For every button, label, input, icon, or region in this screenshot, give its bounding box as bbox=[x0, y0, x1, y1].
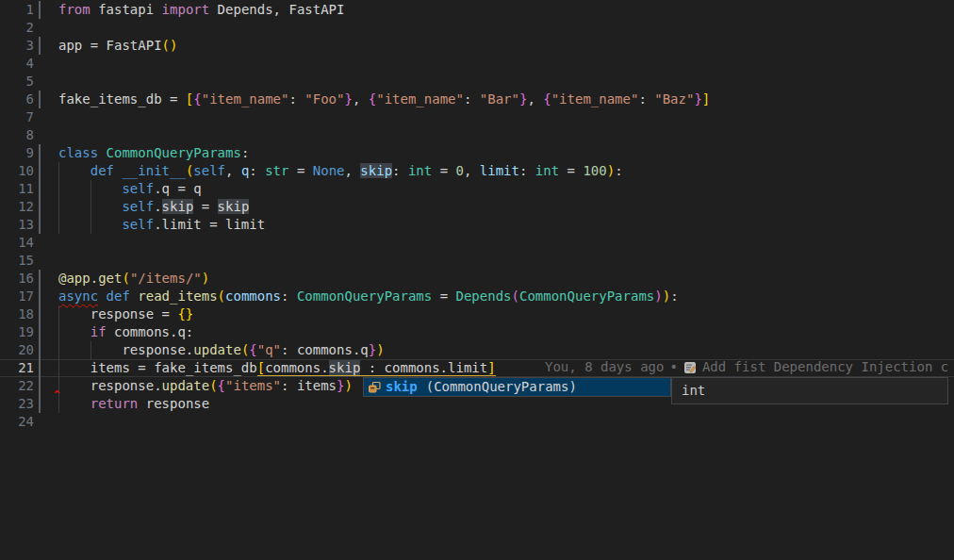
code-line-8[interactable]: 8 bbox=[0, 126, 954, 144]
code-text: items = fake_items_db[commons.skip : com… bbox=[58, 359, 496, 377]
line-number[interactable]: 23 bbox=[0, 395, 34, 413]
code-line-4[interactable]: 4 bbox=[0, 55, 954, 73]
line-number[interactable]: 21 bbox=[0, 359, 34, 377]
blame-separator: • bbox=[669, 358, 677, 376]
code-editor: 1from fastapi import Depends, FastAPI23a… bbox=[0, 0, 954, 560]
line-number[interactable]: 17 bbox=[0, 288, 34, 305]
gitlens-heatmap-bar bbox=[39, 37, 41, 55]
gitlens-heatmap-bar bbox=[39, 144, 41, 162]
code-text: async def read_items(commons: CommonQuer… bbox=[58, 288, 679, 305]
line-number[interactable]: 10 bbox=[0, 162, 34, 180]
code-line-17[interactable]: 17async def read_items(commons: CommonQu… bbox=[0, 288, 954, 305]
gitlens-heatmap-bar bbox=[39, 377, 41, 395]
code-line-7[interactable]: 7 bbox=[0, 108, 954, 126]
suggest-item-skip[interactable]: skip (CommonQueryParams) bbox=[364, 378, 670, 396]
code-text: response.update({"q": commons.q}) bbox=[58, 341, 385, 359]
gitlens-heatmap-bar bbox=[39, 216, 41, 234]
line-number[interactable]: 13 bbox=[0, 216, 34, 234]
gitlens-heatmap-bar bbox=[39, 323, 41, 341]
line-number[interactable]: 12 bbox=[0, 198, 34, 216]
line-number[interactable]: 8 bbox=[0, 126, 34, 144]
code-text: from fastapi import Depends, FastAPI bbox=[58, 1, 344, 19]
line-number[interactable]: 20 bbox=[0, 341, 34, 359]
suggest-item-label: skip bbox=[386, 378, 418, 396]
code-line-10[interactable]: 10 def __init__(self, q: str = None, ski… bbox=[0, 162, 954, 180]
line-number[interactable]: 19 bbox=[0, 323, 34, 341]
line-number[interactable]: 18 bbox=[0, 305, 34, 323]
code-line-20[interactable]: 20 response.update({"q": commons.q}) bbox=[0, 341, 954, 359]
code-text: if commons.q: bbox=[58, 323, 193, 341]
line-number[interactable]: 14 bbox=[0, 234, 34, 252]
gitlens-heatmap-bar bbox=[39, 270, 41, 288]
gitlens-heatmap-bar bbox=[39, 288, 41, 305]
code-text: self.q = q bbox=[58, 180, 202, 198]
code-text: def __init__(self, q: str = None, skip: … bbox=[58, 162, 623, 180]
code-line-14[interactable]: 14 bbox=[0, 234, 954, 252]
code-text: fake_items_db = [{"item_name": "Foo"}, {… bbox=[58, 91, 710, 108]
field-icon bbox=[367, 380, 382, 395]
line-number[interactable]: 7 bbox=[0, 108, 34, 126]
code-line-2[interactable]: 2 bbox=[0, 19, 954, 37]
code-line-9[interactable]: 9class CommonQueryParams: bbox=[0, 144, 954, 162]
line-number[interactable]: 3 bbox=[0, 37, 34, 55]
line-number[interactable]: 1 bbox=[0, 1, 34, 19]
gitlens-heatmap-bar bbox=[39, 1, 41, 19]
code-line-16[interactable]: 16@app.get("/items/") bbox=[0, 270, 954, 288]
code-line-5[interactable]: 5 bbox=[0, 73, 954, 91]
gitlens-heatmap-bar bbox=[39, 341, 41, 359]
code-line-6[interactable]: 6fake_items_db = [{"item_name": "Foo"}, … bbox=[0, 91, 954, 108]
gitlens-heatmap-bar bbox=[39, 305, 41, 323]
code-line-12[interactable]: 12 self.skip = skip bbox=[0, 198, 954, 216]
code-line-24[interactable]: 24 bbox=[0, 413, 954, 431]
line-number[interactable]: 2 bbox=[0, 19, 34, 37]
gitlens-heatmap-bar bbox=[39, 395, 41, 413]
code-line-11[interactable]: 11 self.q = q bbox=[0, 180, 954, 198]
line-number[interactable]: 5 bbox=[0, 73, 34, 91]
code-line-18[interactable]: 18 response = {} bbox=[0, 305, 954, 323]
suggest-doc-panel: int bbox=[671, 377, 948, 404]
code-line-3[interactable]: 3app = FastAPI() bbox=[0, 37, 954, 55]
line-number[interactable]: 24 bbox=[0, 413, 34, 431]
line-number[interactable]: 16 bbox=[0, 270, 34, 288]
line-number[interactable]: 4 bbox=[0, 55, 34, 73]
code-line-13[interactable]: 13 self.limit = limit bbox=[0, 216, 954, 234]
code-text: self.limit = limit bbox=[58, 216, 265, 234]
suggest-doc-text: int bbox=[682, 382, 705, 400]
line-number[interactable]: 11 bbox=[0, 180, 34, 198]
gitlens-heatmap-bar bbox=[39, 162, 41, 180]
code-text: @app.get("/items/") bbox=[58, 270, 209, 288]
gitlens-heatmap-bar bbox=[39, 91, 41, 108]
line-number[interactable]: 9 bbox=[0, 144, 34, 162]
blame-message: Add fist Dependency Injection c bbox=[702, 358, 948, 376]
code-text: self.skip = skip bbox=[58, 198, 249, 216]
line-number[interactable]: 15 bbox=[0, 252, 34, 270]
gitlens-heatmap-bar bbox=[39, 180, 41, 198]
code-text: app = FastAPI() bbox=[58, 37, 177, 55]
blame-author: You, 8 days ago bbox=[545, 358, 664, 376]
code-line-19[interactable]: 19 if commons.q: bbox=[0, 323, 954, 341]
code-text: class CommonQueryParams: bbox=[58, 144, 249, 162]
suggest-widget: skip (CommonQueryParams) bbox=[363, 377, 671, 397]
code-text: response.update({"items": items}) bbox=[58, 377, 353, 395]
code-line-15[interactable]: 15 bbox=[0, 252, 954, 270]
suggest-item-detail: (CommonQueryParams) bbox=[426, 378, 577, 396]
code-line-1[interactable]: 1from fastapi import Depends, FastAPI bbox=[0, 1, 954, 19]
line-number[interactable]: 22 bbox=[0, 377, 34, 395]
memo-icon bbox=[683, 361, 697, 374]
gitlens-heatmap-bar bbox=[39, 359, 41, 377]
gitlens-blame-annotation: You, 8 days ago•Add fist Dependency Inje… bbox=[545, 358, 948, 376]
gitlens-heatmap-bar bbox=[39, 198, 41, 216]
code-text: return response bbox=[58, 395, 209, 413]
line-number[interactable]: 6 bbox=[0, 91, 34, 108]
code-text: response = {} bbox=[58, 305, 193, 323]
